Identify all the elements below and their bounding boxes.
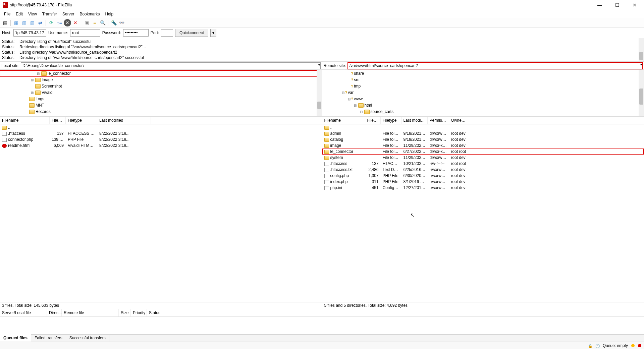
username-input[interactable]: [70, 29, 100, 37]
tree-item[interactable]: Records: [0, 109, 322, 115]
file-row[interactable]: ..: [0, 124, 322, 130]
file-row[interactable]: catalogFile folder9/18/2021 ...drwxrwx..…: [322, 136, 644, 142]
remote-filelist[interactable]: ..adminFile folder9/18/2021 ...drwxrwx..…: [322, 124, 644, 302]
tree-item[interactable]: Logs: [0, 96, 322, 102]
tree-item[interactable]: ?tmp: [322, 83, 644, 90]
minimize-button[interactable]: —: [593, 1, 606, 9]
disconnect-icon[interactable]: ✕: [72, 19, 79, 26]
file-row[interactable]: .htaccess137HTACCESS File8/22/2022 3:18.…: [0, 130, 322, 136]
col-modified[interactable]: Last modified: [97, 117, 151, 124]
tree-expander[interactable]: ⊟: [347, 96, 351, 102]
local-tree[interactable]: ⊟le_connector⊞ImageScreenshot⊞VivaldiLog…: [0, 70, 322, 117]
filter-icon[interactable]: ≡: [91, 19, 98, 26]
file-row[interactable]: systemFile folder11/29/2021...drwxrwx...…: [322, 155, 644, 161]
remote-path-input[interactable]: [347, 62, 643, 69]
tree-item[interactable]: ⊞Vivaldi: [0, 90, 322, 96]
tree-item[interactable]: ⊟?var: [322, 90, 644, 96]
tree-scrollbar[interactable]: [639, 70, 644, 116]
qcol-remote[interactable]: Remote file: [62, 309, 119, 316]
password-input[interactable]: [123, 29, 149, 37]
tree-expander[interactable]: ⊞: [30, 77, 34, 83]
menu-edit[interactable]: Edit: [13, 11, 25, 17]
refresh-icon[interactable]: ⟳: [48, 19, 55, 26]
chevron-down-icon[interactable]: ▾: [318, 63, 320, 67]
port-input[interactable]: [161, 29, 173, 37]
compare-icon[interactable]: 🔍: [99, 19, 106, 26]
process-queue-icon[interactable]: ↕≡: [56, 19, 63, 26]
file-row[interactable]: .htaccess137HTACCE...10/21/2021...-rw-r-…: [322, 161, 644, 167]
qcol-server[interactable]: Server/Local file: [0, 309, 47, 316]
col-filename[interactable]: Filename: [322, 117, 365, 124]
qcol-priority[interactable]: Priority: [131, 309, 147, 316]
col-modified[interactable]: Last modifi...: [401, 117, 428, 124]
quickconnect-dropdown[interactable]: ▾: [210, 29, 216, 37]
binoculars-icon[interactable]: 👓: [118, 19, 125, 26]
qcol-size[interactable]: Size: [119, 309, 131, 316]
col-filesize[interactable]: Filesize: [50, 117, 66, 124]
file-row[interactable]: config.php1,307PHP File6/30/2020 ...-rwx…: [322, 173, 644, 179]
tree-item[interactable]: Screenshot: [0, 83, 322, 90]
tree-expander[interactable]: ⊞: [30, 90, 34, 96]
qcol-direction[interactable]: Direc...: [47, 309, 62, 316]
col-filesize[interactable]: Filesize: [365, 117, 381, 124]
tree-item[interactable]: ⊞Image: [0, 77, 322, 83]
tree-item[interactable]: ⊟html: [322, 102, 644, 109]
local-path-input[interactable]: [21, 62, 320, 69]
tree-expander[interactable]: ⊟: [353, 103, 357, 108]
tree-expander[interactable]: ⊟: [36, 71, 40, 76]
host-input[interactable]: [13, 29, 46, 37]
tree-item[interactable]: MNT: [0, 102, 322, 109]
menu-server[interactable]: Server: [60, 11, 77, 17]
menu-help[interactable]: Help: [102, 11, 116, 17]
col-filename[interactable]: Filename: [0, 117, 50, 124]
tree-scrollbar[interactable]: [317, 70, 322, 116]
col-filetype[interactable]: Filetype: [66, 117, 97, 124]
col-owner[interactable]: Owner/Gr...: [449, 117, 469, 124]
tree-item[interactable]: ?src: [322, 77, 644, 83]
tree-item[interactable]: ?share: [322, 70, 644, 77]
site-manager-icon[interactable]: ▤: [1, 19, 9, 26]
toggle-tree-icon[interactable]: ▥: [20, 19, 28, 26]
menu-bookmarks[interactable]: Bookmarks: [77, 11, 102, 17]
chevron-down-icon[interactable]: ▾: [640, 63, 642, 66]
toggle-log-icon[interactable]: ▦: [12, 19, 20, 26]
file-row[interactable]: index.php311PHP File8/1/2016 2:...-rwxrw…: [322, 179, 644, 185]
cancel-icon[interactable]: ✕: [64, 19, 71, 26]
tab-successful[interactable]: Successful transfers: [66, 335, 109, 342]
file-row[interactable]: .htaccess.txt2,486Text Doc...6/25/2016 .…: [322, 167, 644, 173]
reconnect-icon[interactable]: ▣: [83, 19, 90, 26]
tree-item[interactable]: ⊟le_connector: [0, 70, 322, 77]
file-row[interactable]: ..: [322, 124, 644, 130]
menu-transfer[interactable]: Transfer: [40, 11, 60, 17]
close-button[interactable]: ✕: [628, 1, 641, 9]
tab-failed[interactable]: Failed transfers: [31, 335, 66, 342]
toggle-queue-icon[interactable]: ▧: [29, 19, 36, 26]
quickconnect-button[interactable]: Quickconnect: [175, 29, 208, 37]
qcol-status[interactable]: Status: [147, 309, 187, 316]
tree-item[interactable]: ⊟source_carts: [322, 109, 644, 115]
remote-tree[interactable]: ?share?src?tmp⊟?var⊟?www⊟html⊟source_car…: [322, 70, 644, 117]
file-row[interactable]: readme.html6,069Vivaldi HTML ...8/22/202…: [0, 142, 322, 149]
menu-view[interactable]: View: [25, 11, 40, 17]
menu-file[interactable]: File: [1, 11, 13, 17]
clock-icon[interactable]: [595, 344, 599, 348]
tree-item[interactable]: ⊟?www: [322, 96, 644, 102]
maximize-button[interactable]: ☐: [610, 1, 624, 9]
col-filetype[interactable]: Filetype: [381, 117, 401, 124]
file-modified: 9/18/2021 ...: [401, 131, 428, 136]
lock-icon[interactable]: [588, 344, 592, 348]
file-row[interactable]: php.ini451Configur...12/27/2015...-rwxrw…: [322, 185, 644, 191]
queue-body[interactable]: [0, 317, 644, 334]
sync-browse-icon[interactable]: ⇄: [37, 19, 44, 26]
local-filelist[interactable]: ...htaccess137HTACCESS File8/22/2022 3:1…: [0, 124, 322, 302]
file-row[interactable]: le_connectorFile folder6/27/2022 ...drwx…: [322, 149, 644, 155]
tree-expander[interactable]: ⊟: [359, 109, 363, 115]
file-row[interactable]: imageFile folder11/29/2021...drwxr-xr-xr…: [322, 142, 644, 149]
tab-queued[interactable]: Queued files: [0, 334, 31, 342]
tree-expander[interactable]: ⊟: [341, 90, 345, 96]
col-permissions[interactable]: Permissi...: [428, 117, 449, 124]
file-row[interactable]: connector.php139,427PHP File8/22/2022 3:…: [0, 136, 322, 142]
file-row[interactable]: adminFile folder9/18/2021 ...drwxrwx...r…: [322, 130, 644, 136]
log-scrollbar[interactable]: [639, 38, 644, 61]
search-icon[interactable]: 🔦: [110, 19, 117, 26]
